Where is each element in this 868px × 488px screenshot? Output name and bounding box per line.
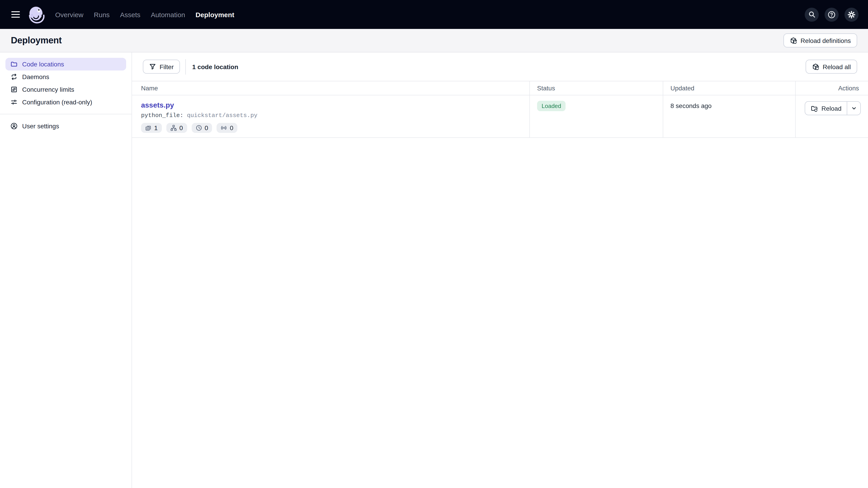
nav-item-overview[interactable]: Overview <box>55 11 84 18</box>
sidebar-divider <box>0 114 131 114</box>
sidebar-item-daemons[interactable]: Daemons <box>5 70 126 83</box>
updated-cell: 8 seconds ago <box>663 95 795 137</box>
origin-key: python_file: <box>141 112 183 119</box>
hamburger-icon <box>11 11 20 12</box>
sidebar-item-label: Configuration (read-only) <box>22 98 92 106</box>
reload-button-label: Reload <box>822 105 842 112</box>
page-title: Deployment <box>11 35 62 46</box>
actions-cell: Reload <box>795 95 868 137</box>
help-button[interactable] <box>825 7 839 22</box>
package-reload-icon <box>789 37 797 44</box>
dagster-logo[interactable] <box>27 5 46 24</box>
sidebar-item-label: Code locations <box>22 61 64 68</box>
menu-button[interactable] <box>11 11 20 18</box>
help-icon <box>828 11 835 18</box>
sidebar-item-configuration[interactable]: Configuration (read-only) <box>5 96 126 108</box>
count-badges: 1 <box>141 123 522 133</box>
layout: Code locations Daemons C <box>0 53 868 488</box>
filter-button[interactable]: Filter <box>143 60 180 74</box>
code-location-count: 1 code location <box>192 63 238 70</box>
code-location-origin: python_file: quickstart/assets.py <box>141 112 522 119</box>
sidebar-item-label: Concurrency limits <box>22 86 74 93</box>
sidebar: Code locations Daemons C <box>0 53 132 488</box>
sensor-icon <box>221 125 227 131</box>
sidebar-item-code-locations[interactable]: Code locations <box>5 58 126 70</box>
reload-definitions-button[interactable]: Reload definitions <box>783 33 857 47</box>
column-header-actions: Actions <box>795 81 868 95</box>
asset-count: 1 <box>154 124 158 131</box>
reload-definitions-label: Reload definitions <box>800 37 851 44</box>
code-locations-table: Name Status Updated Actions assets.py py… <box>132 81 868 138</box>
primary-nav: Overview Runs Assets Automation Deployme… <box>55 11 235 18</box>
filter-label: Filter <box>160 63 174 70</box>
dagster-app: Overview Runs Assets Automation Deployme… <box>0 0 868 488</box>
main-content: Filter 1 code location Reload all Name <box>132 53 868 488</box>
schedule-count: 0 <box>205 124 208 131</box>
gear-icon <box>848 11 855 18</box>
sidebar-item-user-settings[interactable]: User settings <box>5 120 126 132</box>
search-icon <box>808 11 815 18</box>
nav-item-runs[interactable]: Runs <box>94 11 110 18</box>
status-badge: Loaded <box>537 101 566 111</box>
sidebar-item-concurrency-limits[interactable]: Concurrency limits <box>5 83 126 96</box>
code-location-link[interactable]: assets.py <box>141 101 174 109</box>
column-header-updated: Updated <box>663 81 795 95</box>
table-header: Name Status Updated Actions <box>132 81 868 95</box>
tune-icon <box>10 98 18 106</box>
repeat-icon <box>10 73 18 80</box>
user-icon <box>10 123 18 130</box>
assets-icon <box>145 125 151 131</box>
origin-value: quickstart/assets.py <box>187 112 257 119</box>
nav-item-assets[interactable]: Assets <box>120 11 141 18</box>
top-nav: Overview Runs Assets Automation Deployme… <box>0 0 868 29</box>
reload-all-button[interactable]: Reload all <box>805 60 857 74</box>
package-reload-icon <box>812 63 819 70</box>
toolbar: Filter 1 code location Reload all <box>132 53 868 81</box>
page-header: Deployment Reload definitions <box>0 29 868 53</box>
sidebar-item-label: User settings <box>22 123 59 130</box>
asset-count-badge: 1 <box>141 123 162 133</box>
funnel-icon <box>149 63 156 70</box>
nav-item-automation[interactable]: Automation <box>151 11 185 18</box>
settings-button[interactable] <box>844 7 859 22</box>
nav-item-deployment[interactable]: Deployment <box>195 11 235 18</box>
reload-split-button: Reload <box>805 101 861 115</box>
sensor-count: 0 <box>230 124 234 131</box>
clock-icon <box>195 125 202 131</box>
list-box-icon <box>10 86 18 93</box>
chevron-down-icon <box>851 105 857 111</box>
column-header-status: Status <box>529 81 663 95</box>
sensor-count-badge: 0 <box>217 123 238 133</box>
reload-button[interactable]: Reload <box>805 102 847 115</box>
schedule-count-badge: 0 <box>191 123 212 133</box>
job-graph-icon <box>170 125 177 131</box>
name-cell: assets.py python_file: quickstart/assets… <box>132 95 529 137</box>
column-header-name: Name <box>132 81 529 95</box>
folder-reload-icon <box>811 105 818 112</box>
job-count: 0 <box>180 124 183 131</box>
reload-options-button[interactable] <box>847 102 861 115</box>
job-count-badge: 0 <box>166 123 187 133</box>
status-cell: Loaded <box>529 95 663 137</box>
folder-icon <box>10 61 18 68</box>
toolbar-divider <box>185 59 186 74</box>
search-button[interactable] <box>805 7 819 22</box>
table-row: assets.py python_file: quickstart/assets… <box>132 95 868 138</box>
sidebar-item-label: Daemons <box>22 73 49 80</box>
reload-all-label: Reload all <box>823 63 851 70</box>
